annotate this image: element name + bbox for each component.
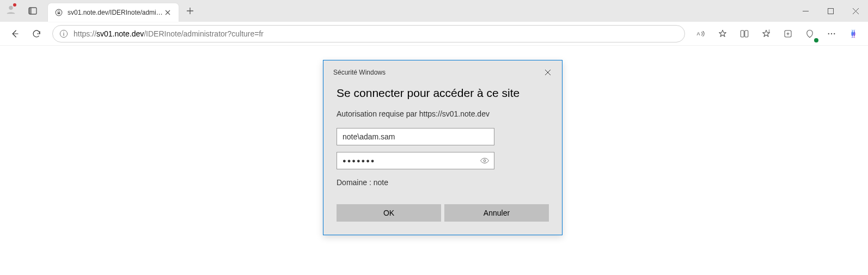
window-close-button[interactable] (843, 0, 868, 22)
svg-rect-4 (58, 12, 60, 14)
tab-actions-button[interactable] (22, 0, 44, 22)
site-info-icon[interactable] (58, 28, 69, 39)
browser-essentials-button[interactable] (800, 25, 819, 43)
titlebar: sv01.note.dev/IDERInote/administ (0, 0, 868, 22)
status-badge-icon (814, 38, 818, 42)
username-value: note\adam.sam (343, 132, 395, 141)
profile-button[interactable] (0, 0, 22, 22)
dialog-close-button[interactable] (541, 66, 554, 79)
page-content: Sécurité Windows Se connecter pour accéd… (0, 46, 868, 275)
back-button[interactable] (5, 25, 24, 43)
dialog-header-title: Sécurité Windows (333, 69, 386, 76)
settings-menu-button[interactable] (822, 25, 841, 43)
notification-dot-icon (13, 3, 16, 7)
browser-toolbar: https://sv01.note.dev/IDERInote/administ… (0, 22, 868, 46)
svg-point-14 (834, 33, 835, 34)
collections-button[interactable] (779, 25, 797, 43)
address-bar[interactable]: https://sv01.note.dev/IDERInote/administ… (52, 25, 685, 42)
cancel-button[interactable]: Annuler (444, 204, 549, 222)
url-text: https://sv01.note.dev/IDERInote/administ… (74, 29, 679, 38)
svg-point-12 (828, 33, 829, 34)
window-maximize-button[interactable] (818, 0, 843, 22)
svg-rect-2 (29, 8, 32, 14)
browser-tab[interactable]: sv01.note.dev/IDERInote/administ (48, 3, 179, 22)
svg-text:A: A (697, 31, 700, 36)
site-lock-icon (54, 8, 63, 17)
new-tab-button[interactable] (182, 3, 198, 19)
svg-rect-5 (828, 8, 833, 14)
favorites-list-button[interactable] (757, 25, 775, 43)
domain-label: Domaine : note (337, 178, 549, 187)
split-screen-button[interactable] (735, 25, 754, 43)
window-minimize-button[interactable] (793, 0, 818, 22)
svg-point-7 (63, 32, 64, 32)
read-aloud-button[interactable]: A (692, 25, 710, 43)
svg-rect-10 (745, 30, 748, 37)
svg-rect-9 (741, 30, 744, 37)
ok-button[interactable]: OK (337, 204, 441, 222)
dialog-subtitle: Autorisation requise par https://sv01.no… (337, 109, 549, 118)
username-field[interactable]: note\adam.sam (337, 128, 494, 145)
favorites-star-button[interactable] (713, 25, 732, 43)
tab-close-button[interactable] (163, 8, 172, 17)
copilot-button[interactable] (844, 25, 863, 43)
password-field[interactable]: ●●●●●●● (337, 152, 494, 169)
svg-point-13 (831, 33, 832, 34)
reveal-password-icon[interactable] (480, 156, 490, 167)
tab-title: sv01.note.dev/IDERInote/administ (68, 9, 163, 16)
auth-dialog: Sécurité Windows Se connecter pour accéd… (323, 60, 563, 235)
password-masked-value: ●●●●●●● (343, 157, 376, 164)
svg-point-0 (9, 6, 13, 10)
refresh-button[interactable] (27, 25, 46, 43)
dialog-title: Se connecter pour accéder à ce site (337, 87, 549, 100)
svg-point-15 (484, 160, 486, 162)
